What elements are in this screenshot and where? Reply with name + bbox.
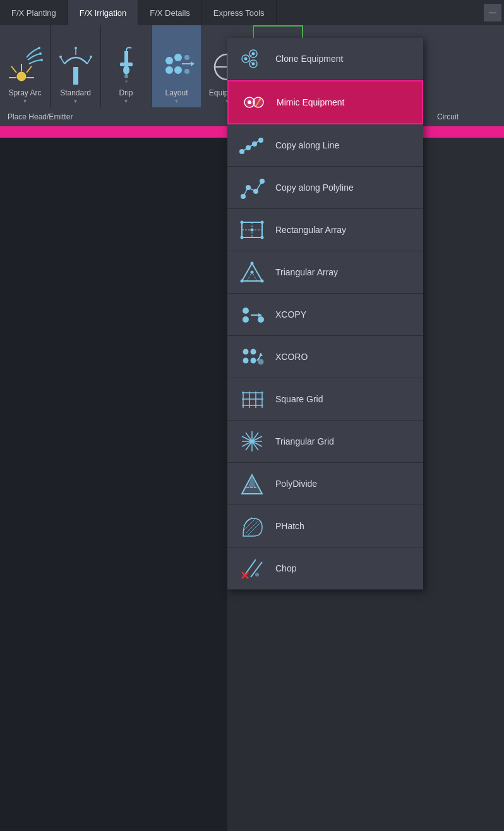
svg-rect-9 xyxy=(73,67,78,85)
svg-point-72 xyxy=(241,280,244,283)
svg-point-81 xyxy=(251,349,256,355)
svg-point-8 xyxy=(40,59,43,61)
polydivide-icon xyxy=(237,469,267,498)
polydivide-label: PolyDivide xyxy=(275,479,317,489)
svg-point-15 xyxy=(75,47,77,49)
svg-point-22 xyxy=(174,54,182,61)
clone-equipment-label: Clone Equipment xyxy=(275,54,343,64)
menu-item-mimic-equipment[interactable]: Mimic Equipment xyxy=(227,80,423,124)
menu-item-copy-along-polyline[interactable]: Copy along Polyline xyxy=(227,167,423,209)
svg-point-53 xyxy=(246,145,251,150)
svg-point-65 xyxy=(241,236,244,239)
svg-point-20 xyxy=(125,80,128,83)
standard-icon xyxy=(58,48,93,86)
menu-item-copy-along-line[interactable]: Copy along Line xyxy=(227,124,423,167)
menu-item-clone-equipment[interactable]: Clone Equipment xyxy=(227,38,423,80)
dark-area xyxy=(0,138,227,831)
layout-icon xyxy=(159,48,195,86)
svg-point-42 xyxy=(252,52,255,56)
menu-item-square-grid[interactable]: Square Grid xyxy=(227,378,423,421)
menu-item-triangular-grid[interactable]: Triangular Grid xyxy=(227,421,423,463)
svg-point-82 xyxy=(243,358,249,364)
chop-label: Chop xyxy=(275,563,296,573)
drip-arrow: ▼ xyxy=(124,99,129,104)
ribbon-controls: — xyxy=(484,4,504,21)
svg-line-2 xyxy=(27,66,32,73)
svg-point-110 xyxy=(255,573,259,577)
svg-point-27 xyxy=(184,55,189,60)
svg-point-7 xyxy=(39,52,42,55)
spray-arc-arrow: ▼ xyxy=(23,99,28,104)
minimize-button[interactable]: — xyxy=(484,4,501,21)
svg-point-58 xyxy=(253,189,258,194)
xcopy-label: XCOPY xyxy=(275,309,306,320)
svg-point-59 xyxy=(260,179,265,184)
ribbon-tab-bar: F/X Planting F/X Irrigation F/X Details … xyxy=(0,0,504,25)
svg-point-73 xyxy=(261,280,264,283)
rectangular-array-label: Rectangular Array xyxy=(275,225,346,235)
svg-line-104 xyxy=(244,518,256,530)
spray-arc-icon xyxy=(8,48,43,86)
svg-point-54 xyxy=(252,141,257,146)
phatch-icon xyxy=(237,511,267,541)
svg-point-74 xyxy=(251,271,254,274)
circuit-label: Circuit xyxy=(437,112,459,121)
svg-point-66 xyxy=(261,236,264,239)
drip-label: Drip xyxy=(119,88,133,97)
svg-point-21 xyxy=(165,57,173,64)
tab-fx-details[interactable]: F/X Details xyxy=(138,0,202,25)
menu-item-xcopy[interactable]: XCOPY xyxy=(227,294,423,336)
tab-fx-planting[interactable]: F/X Planting xyxy=(0,0,68,25)
svg-point-75 xyxy=(243,308,249,314)
square-grid-icon xyxy=(237,385,267,414)
svg-point-0 xyxy=(17,72,26,81)
svg-point-57 xyxy=(246,185,251,190)
menu-item-chop[interactable]: Chop xyxy=(227,547,423,590)
svg-marker-78 xyxy=(258,313,262,317)
svg-point-80 xyxy=(243,349,249,355)
svg-point-67 xyxy=(251,229,254,232)
copy-along-line-icon xyxy=(237,131,267,160)
clone-equipment-icon xyxy=(237,44,267,73)
tab-express-tools[interactable]: Express Tools xyxy=(202,0,277,25)
svg-point-23 xyxy=(165,66,173,74)
standard-label: Standard xyxy=(60,88,91,97)
menu-item-triangular-array[interactable]: Triangular Array xyxy=(227,251,423,294)
xcopy-icon xyxy=(237,300,267,329)
svg-point-63 xyxy=(241,221,244,224)
svg-point-13 xyxy=(59,56,62,58)
svg-point-14 xyxy=(90,56,92,58)
svg-point-24 xyxy=(174,66,182,74)
svg-point-79 xyxy=(258,316,264,323)
square-grid-label: Square Grid xyxy=(275,394,323,404)
svg-line-105 xyxy=(243,517,252,526)
triangular-array-icon xyxy=(237,258,267,287)
menu-item-polydivide[interactable]: PolyDivide xyxy=(227,463,423,505)
xcoro-icon xyxy=(237,342,267,371)
layout-label: Layout xyxy=(165,88,188,97)
svg-point-47 xyxy=(248,100,251,104)
menu-item-phatch[interactable]: PHatch xyxy=(227,505,423,547)
menu-item-rectangular-array[interactable]: Rectangular Array xyxy=(227,209,423,251)
svg-marker-26 xyxy=(191,61,195,66)
mimic-equipment-icon xyxy=(239,88,268,117)
svg-point-19 xyxy=(124,75,128,78)
svg-point-83 xyxy=(251,358,256,364)
phatch-label: PHatch xyxy=(275,521,304,531)
copy-along-line-label: Copy along Line xyxy=(275,140,339,150)
svg-marker-85 xyxy=(259,353,263,356)
standard-arrow: ▼ xyxy=(73,99,78,104)
rectangular-array-icon xyxy=(237,215,267,244)
svg-point-56 xyxy=(241,194,246,199)
svg-point-6 xyxy=(38,47,40,49)
svg-point-41 xyxy=(244,57,248,61)
tab-fx-irrigation[interactable]: F/X Irrigation xyxy=(68,0,138,25)
circuit-bar: Circuit xyxy=(429,107,504,126)
copy-along-polyline-icon xyxy=(237,173,267,202)
menu-item-xcoro[interactable]: XCORO xyxy=(227,336,423,378)
triangular-grid-icon xyxy=(237,427,267,456)
svg-line-102 xyxy=(246,521,258,534)
layout-arrow: ▼ xyxy=(174,99,179,104)
dropdown-menu: Clone Equipment Mimic Equipment xyxy=(227,38,423,590)
svg-line-3 xyxy=(11,66,16,73)
